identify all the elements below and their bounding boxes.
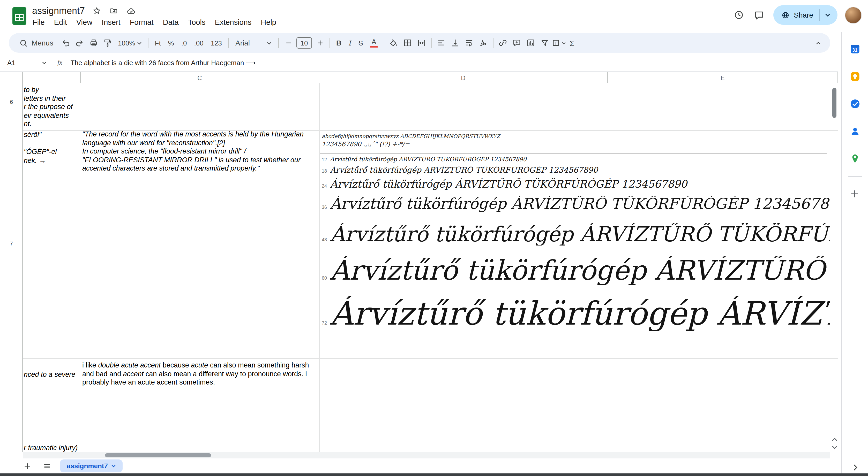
document-title[interactable]: assignment7: [32, 5, 85, 16]
share-button[interactable]: Share: [773, 5, 837, 25]
increase-font-size-button[interactable]: [313, 36, 327, 50]
hide-menus-button[interactable]: [811, 36, 825, 50]
vertical-align-button[interactable]: [448, 36, 462, 50]
print-button[interactable]: [86, 36, 100, 50]
font-size-input[interactable]: 10: [297, 37, 312, 48]
move-to-folder-icon[interactable]: [108, 6, 119, 16]
decrease-decimal-places-button[interactable]: .0: [178, 36, 191, 49]
text-rotation-button[interactable]: [476, 36, 490, 50]
column-header-b-partial[interactable]: [23, 72, 81, 83]
side-panel-expand-button[interactable]: [842, 464, 868, 471]
menu-help[interactable]: Help: [256, 16, 281, 28]
table-views-button[interactable]: [552, 36, 566, 50]
maps-button[interactable]: [849, 153, 861, 164]
cell-b8-text[interactable]: nced to a severe: [24, 371, 75, 379]
contacts-icon: [849, 126, 861, 137]
cell-c7-text[interactable]: "The record for the word with the most a…: [82, 130, 304, 173]
redo-button[interactable]: [72, 36, 86, 50]
all-sheets-button[interactable]: [40, 459, 54, 473]
menu-view[interactable]: View: [72, 16, 97, 28]
cell-b9-text[interactable]: r traumatic injury): [24, 444, 78, 452]
menu-data[interactable]: Data: [158, 16, 183, 28]
cloud-saved-icon[interactable]: [126, 6, 136, 16]
italic-button[interactable]: I: [345, 36, 355, 49]
horizontal-align-button[interactable]: [435, 36, 448, 50]
name-box[interactable]: A1: [0, 59, 46, 66]
decrease-font-size-button[interactable]: [281, 36, 296, 50]
zoom-select[interactable]: 100%: [114, 36, 146, 49]
scroll-down-button[interactable]: [830, 443, 838, 451]
vertical-scrollbar-thumb[interactable]: [832, 88, 836, 118]
spreadsheet-grid[interactable]: 6 7 to by letters in their r the purpose…: [0, 83, 838, 452]
contacts-button[interactable]: [849, 126, 861, 137]
menu-insert[interactable]: Insert: [97, 16, 125, 28]
formula-input[interactable]: The alphabet is a die with 26 faces from…: [71, 59, 255, 66]
create-filter-button[interactable]: [538, 36, 552, 50]
strikethrough-button[interactable]: S: [355, 36, 367, 49]
select-all-corner[interactable]: [0, 72, 23, 83]
sheet-tab-menu-icon[interactable]: [112, 464, 116, 468]
menu-edit[interactable]: Edit: [50, 16, 72, 28]
paint-format-button[interactable]: [100, 36, 114, 50]
borders-button[interactable]: [401, 36, 415, 50]
specimen-row-60pt: 60Árvíztűrő tükörfúrógép ÁRVÍZTŰRŐ TÜKÖR…: [322, 256, 830, 285]
menu-format[interactable]: Format: [125, 16, 158, 28]
merge-cells-button[interactable]: [415, 36, 429, 50]
horizontal-scrollbar-thumb[interactable]: [105, 453, 211, 457]
horizontal-scrollbar[interactable]: [23, 452, 830, 458]
undo-button[interactable]: [58, 36, 72, 50]
minus-icon: [285, 39, 292, 46]
sheet-tab-assignment7[interactable]: assignment7: [60, 460, 123, 472]
font-family-select[interactable]: Arial: [231, 39, 276, 47]
insert-link-button[interactable]: [496, 36, 510, 50]
get-add-ons-button[interactable]: [849, 189, 861, 200]
cell-c8-text[interactable]: i like double acute accent because acute…: [82, 361, 309, 387]
functions-button[interactable]: Σ: [566, 36, 578, 49]
gridline-horizontal: [0, 130, 838, 131]
column-header-c[interactable]: C: [81, 72, 319, 83]
cell-b7-text[interactable]: séről" "ÓGÉP"-el nek. →: [24, 131, 57, 165]
toolbar-divider: [278, 38, 279, 48]
format-as-currency-button[interactable]: Ft: [151, 36, 164, 49]
scroll-up-button[interactable]: [830, 436, 838, 443]
account-avatar[interactable]: [845, 6, 862, 24]
format-as-percent-button[interactable]: %: [164, 36, 178, 49]
chevron-down-icon: [267, 41, 272, 45]
insert-chart-button[interactable]: [524, 36, 538, 50]
menu-file[interactable]: File: [28, 16, 50, 28]
insert-comment-button[interactable]: [510, 36, 524, 50]
insert-link-icon: [498, 38, 508, 47]
sheets-logo-icon[interactable]: [12, 7, 26, 25]
add-sheet-button[interactable]: [21, 459, 34, 473]
tasks-button[interactable]: [849, 98, 861, 109]
row-number-6[interactable]: 6: [0, 99, 23, 105]
cell-b6-text[interactable]: to by letters in their r the purpose of …: [24, 86, 73, 129]
column-header-d[interactable]: D: [319, 72, 608, 83]
keep-button[interactable]: [849, 71, 861, 82]
specimen-row-72pt: 72Árvíztűrő tükörfúrógép ÁRVÍZTŰRŐ TÜKÖR…: [322, 296, 830, 331]
increase-decimal-places-button[interactable]: .00: [191, 36, 207, 49]
fx-icon: fx: [57, 58, 62, 67]
table-views-icon: [552, 38, 560, 47]
fill-color-button[interactable]: [387, 36, 401, 50]
share-dropdown-icon[interactable]: [821, 13, 834, 17]
plus-icon: [316, 39, 323, 46]
font-specimen-image[interactable]: abcdefghijklmnopqrstuvwxyz ABCDEFGHIJKLM…: [320, 132, 830, 358]
menu-tools[interactable]: Tools: [183, 16, 210, 28]
star-icon[interactable]: [92, 6, 102, 16]
comments-icon[interactable]: [752, 8, 766, 22]
bold-button[interactable]: B: [333, 36, 345, 49]
row-number-7[interactable]: 7: [0, 240, 23, 246]
version-history-icon[interactable]: [732, 8, 745, 22]
menu-extensions[interactable]: Extensions: [210, 16, 256, 28]
text-color-button[interactable]: A: [367, 36, 381, 49]
merge-cells-icon: [417, 38, 427, 47]
text-wrap-button[interactable]: [462, 36, 476, 50]
calendar-button[interactable]: 31: [849, 43, 861, 55]
toolbar: Menus 100% Ft % .0 .00 123 Arial: [9, 33, 830, 53]
specimen-row-36pt: 36Árvíztűrő tükörfúrógép ÁRVÍZTŰRŐ TÜKÖR…: [322, 196, 830, 212]
more-formats-button[interactable]: 123: [207, 36, 225, 49]
search-menus-button[interactable]: Menus: [14, 36, 58, 50]
column-header-e[interactable]: E: [608, 72, 838, 83]
screen-bottom-edge: [0, 473, 868, 476]
